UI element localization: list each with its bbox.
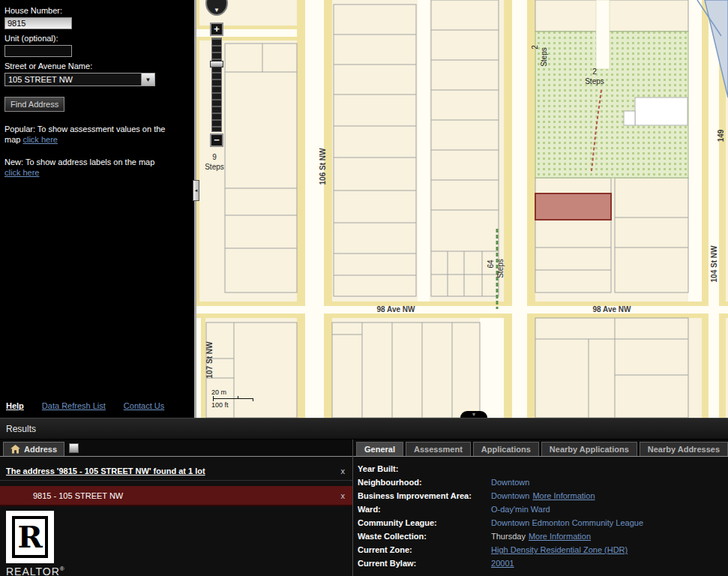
popular-note: Popular: To show assessment values on th…	[4, 124, 183, 145]
street-label-104st: 104 St NW	[710, 245, 718, 282]
detail-row-bia: Business Improvement Area: DowntownMore …	[358, 489, 728, 502]
bia-label: Business Improvement Area:	[358, 491, 491, 500]
steps-label-9-num: 9	[212, 153, 217, 161]
house-icon	[10, 445, 20, 454]
street-label-149: 149	[717, 129, 725, 142]
street-label-106st: 106 St NW	[319, 148, 327, 184]
community-league-label: Community League:	[358, 518, 491, 527]
property-details-pane: General Assessment Applications Nearby A…	[353, 440, 728, 576]
house-number-input[interactable]	[4, 17, 72, 29]
details-tabstrip: General Assessment Applications Nearby A…	[353, 440, 728, 457]
current-bylaw-link[interactable]: 20001	[491, 559, 514, 568]
sidebar-collapse-handle[interactable]: ◂	[193, 180, 199, 201]
sidebar-footer: Help Data Refresh List Contact Us	[6, 401, 164, 410]
year-built-label: Year Built:	[358, 464, 491, 473]
realtor-branding: R REALTOR®	[6, 511, 352, 576]
zoom-in-button[interactable]: +	[210, 22, 223, 36]
current-zone-label: Current Zone:	[358, 545, 491, 554]
waste-more-information-link[interactable]: More Information	[529, 532, 591, 541]
map-scale-bar: 20 m 100 ft	[211, 388, 253, 409]
address-result-text: 9815 - 105 STREET NW	[33, 491, 123, 500]
registered-mark: ®	[60, 566, 65, 572]
community-league-link[interactable]: Downtown Edmonton Community League	[491, 518, 643, 527]
tab-assessment[interactable]: Assessment	[406, 442, 471, 456]
tab-general[interactable]: General	[356, 442, 403, 456]
waste-collection-day: Thursday	[491, 532, 526, 541]
results-collapse-tab[interactable]: ▼	[460, 411, 487, 418]
note-icon[interactable]	[69, 443, 79, 453]
steps-label-9-word: Steps	[205, 163, 224, 171]
street-label-98ave-left: 98 Ave NW	[377, 305, 416, 314]
close-found-button[interactable]: x	[341, 466, 346, 476]
bia-value-link[interactable]: Downtown	[491, 491, 529, 500]
realtor-logo-r: R	[12, 516, 48, 558]
collapse-left-icon: ◂	[195, 188, 198, 194]
collapse-down-icon: ▼	[472, 412, 477, 417]
current-zone-link[interactable]: High Density Residential Zone (HDR)	[491, 545, 628, 554]
waste-collection-label: Waste Collection:	[358, 532, 491, 541]
building-footprint-small	[624, 111, 635, 125]
street-select-value: 105 STREET NW	[8, 75, 73, 84]
street-label-107st: 107 St NW	[205, 341, 214, 378]
found-message-row: The address '9815 - 105 STREET NW' found…	[0, 461, 352, 481]
pan-control[interactable]: ▲ ▼	[205, 0, 228, 16]
map-controls: ▲ ▼ + −	[205, 0, 228, 147]
search-sidebar: House Number: Unit (optional): Street or…	[0, 0, 196, 418]
neighbourhood-link[interactable]: Downtown	[491, 478, 529, 487]
steps-label-2a-word: Steps	[540, 47, 548, 67]
data-refresh-list-link[interactable]: Data Refresh List	[42, 401, 106, 410]
scale-feet-label: 100 ft	[211, 401, 253, 409]
ward-link[interactable]: O-day'min Ward	[491, 505, 550, 514]
tab-nearby-applications[interactable]: Nearby Applications	[541, 442, 637, 456]
chevron-down-icon[interactable]: ▼	[141, 74, 154, 86]
find-address-button[interactable]: Find Address	[4, 97, 64, 112]
new-note-text: New: To show address labels on the map	[4, 158, 154, 166]
detail-row-neighbourhood: Neighbourhood: Downtown	[358, 476, 728, 489]
unit-label: Unit (optional):	[4, 34, 190, 43]
address-tabstrip: Address	[0, 440, 352, 457]
results-header: Results	[0, 418, 728, 440]
detail-row-current-zone: Current Zone: High Density Residential Z…	[358, 543, 728, 556]
address-results-pane: Address The address '9815 - 105 STREET N…	[0, 440, 353, 576]
zoom-out-button[interactable]: −	[210, 134, 223, 147]
detail-row-waste-collection: Waste Collection: ThursdayMore Informati…	[358, 530, 728, 543]
detail-row-current-bylaw: Current Bylaw: 20001	[358, 556, 728, 570]
street-select[interactable]: 105 STREET NW ▼	[4, 73, 155, 86]
found-message: The address '9815 - 105 STREET NW' found…	[6, 466, 205, 476]
map-canvas[interactable]: 98 Ave NW 98 Ave NW 106 St NW 107 St NW …	[196, 0, 728, 418]
map-container: 98 Ave NW 98 Ave NW 106 St NW 107 St NW …	[196, 0, 728, 418]
new-click-here-link[interactable]: click here	[4, 168, 39, 177]
tab-nearby-addresses[interactable]: Nearby Addresses	[640, 442, 728, 456]
steps-label-2b-num: 2	[592, 68, 597, 76]
results-panel: Results Address The address '9815 - 105 …	[0, 418, 728, 576]
tab-applications[interactable]: Applications	[473, 442, 539, 456]
address-result-row[interactable]: 9815 - 105 STREET NW x	[0, 486, 352, 506]
bia-more-information-link[interactable]: More Information	[532, 491, 595, 500]
scale-metres-label: 20 m	[211, 388, 253, 396]
zoom-slider-handle[interactable]	[210, 61, 223, 68]
pan-down-icon[interactable]: ▼	[207, 7, 226, 14]
details-list: Year Built: Neighbourhood: Downtown Busi…	[353, 457, 728, 570]
new-note: New: To show address labels on the map c…	[4, 157, 163, 178]
tab-address[interactable]: Address	[3, 442, 64, 456]
results-title: Results	[6, 424, 36, 434]
help-link[interactable]: Help	[6, 401, 24, 410]
street-label-98ave-right: 98 Ave NW	[593, 305, 632, 314]
neighbourhood-label: Neighbourhood:	[358, 478, 491, 487]
close-address-button[interactable]: x	[341, 491, 346, 500]
top-section: House Number: Unit (optional): Street or…	[0, 0, 728, 418]
unit-input[interactable]	[4, 45, 72, 57]
detail-row-community-league: Community League: Downtown Edmonton Comm…	[358, 516, 728, 530]
zoom-slider[interactable]	[211, 38, 222, 132]
popular-click-here-link[interactable]: click here	[22, 135, 57, 144]
detail-row-year-built: Year Built:	[358, 462, 728, 476]
building-footprint	[635, 98, 688, 125]
realtor-logo: R	[6, 511, 54, 563]
steps-label-64-num: 64	[487, 260, 495, 268]
selected-parcel[interactable]	[535, 194, 611, 220]
contact-us-link[interactable]: Contact Us	[124, 401, 164, 410]
house-number-label: House Number:	[4, 6, 190, 15]
street-label: Street or Avenue Name:	[4, 62, 190, 70]
tab-address-label: Address	[24, 445, 57, 454]
detail-row-ward: Ward: O-day'min Ward	[358, 502, 728, 516]
